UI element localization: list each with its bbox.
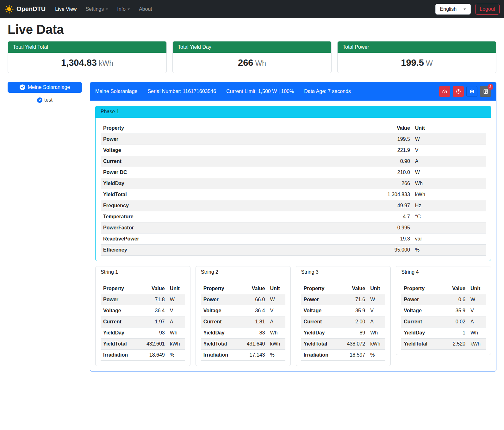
unit-cell: A <box>167 316 185 327</box>
device-info-button[interactable] <box>466 86 477 97</box>
property-cell: YieldTotal <box>301 339 339 350</box>
property-cell: Irradiation <box>201 350 239 361</box>
unit-cell: W <box>413 134 486 145</box>
value-cell: 221.9 <box>343 145 413 156</box>
value-cell: 19.3 <box>343 234 413 245</box>
phase-card-body: Property Value Unit Power <box>96 118 491 261</box>
logout-button[interactable]: Logout <box>475 4 500 15</box>
value-cell: 438.072 <box>339 339 368 350</box>
table-row: YieldTotal 432.601 kWh <box>101 339 185 350</box>
string-table: Property Value Unit Power <box>101 283 185 361</box>
unit-cell: % <box>368 350 385 361</box>
value-cell: 71.8 <box>139 294 167 305</box>
table-row: YieldDay 266 Wh <box>101 178 486 189</box>
column-value: Value <box>339 283 368 294</box>
column-unit: Unit <box>368 283 385 294</box>
property-cell: Power <box>201 294 239 305</box>
unit-cell: kWh <box>267 339 285 350</box>
nav-item-live-view[interactable]: Live View <box>51 4 80 15</box>
chevron-down-icon <box>128 9 130 10</box>
unit-cell: % <box>167 350 185 361</box>
property-cell: YieldTotal <box>101 189 343 200</box>
property-cell: Current <box>101 316 139 327</box>
top-navbar: OpenDTU Live View Settings Info About En… <box>0 0 504 18</box>
value-cell: 210.0 <box>343 167 413 178</box>
phase-card-title: Phase 1 <box>96 106 491 118</box>
property-cell: YieldDay <box>101 178 343 189</box>
brand[interactable]: OpenDTU <box>4 4 46 14</box>
unit-cell: °C <box>413 211 486 222</box>
property-cell: Power <box>301 294 339 305</box>
property-cell: Irradiation <box>101 350 139 361</box>
column-value: Value <box>139 283 167 294</box>
string-card-body: Property Value Unit Power <box>196 278 290 366</box>
inverter-panel: Meine Solaranlage Serial Number: 1161716… <box>90 82 496 371</box>
value-cell: 83 <box>239 327 268 339</box>
property-cell: PowerFactor <box>101 222 343 234</box>
column-unit: Unit <box>267 283 285 294</box>
limit-settings-button[interactable] <box>439 86 450 97</box>
summary-card-title: Total Power <box>338 41 496 53</box>
column-property: Property <box>301 283 339 294</box>
nav-item-label: Settings <box>85 6 104 12</box>
summary-card-body: 1,304.83kWh <box>8 53 166 73</box>
unit-cell: kWh <box>468 339 486 350</box>
property-cell: Voltage <box>101 305 139 316</box>
nav-item-settings[interactable]: Settings <box>82 4 112 15</box>
value-cell: 199.5 <box>343 134 413 145</box>
value-cell: 95.000 <box>343 245 413 256</box>
inverter-data-age: Data Age: 7 seconds <box>304 89 351 94</box>
table-row: Current 1.81 A <box>201 316 285 327</box>
unit-cell: W <box>267 294 285 305</box>
string-card-2: String 2 Property Value Unit <box>196 266 291 366</box>
value-cell: 4.7 <box>343 211 413 222</box>
unit-cell: Wh <box>468 327 486 339</box>
event-log-button[interactable]: 2 <box>480 86 491 97</box>
nav-item-info[interactable]: Info <box>113 4 134 15</box>
summary-value: 1,304.83 <box>61 58 97 68</box>
table-row: YieldTotal 438.072 kWh <box>301 339 386 350</box>
value-cell: 17.143 <box>239 350 268 361</box>
column-value: Value <box>439 283 468 294</box>
nav-item-about[interactable]: About <box>135 4 156 15</box>
string-card-title: String 2 <box>196 266 290 278</box>
property-cell: Current <box>201 316 239 327</box>
unit-cell: kWh <box>368 339 385 350</box>
unit-cell <box>413 222 486 234</box>
summary-card-body: 266Wh <box>173 53 331 73</box>
string-card-title: String 1 <box>96 266 190 278</box>
table-row: Power 66.0 W <box>201 294 285 305</box>
brand-name: OpenDTU <box>16 5 46 13</box>
inverter-panel-header: Meine Solaranlage Serial Number: 1161716… <box>90 82 496 101</box>
value-cell: 89 <box>339 327 368 339</box>
summary-unit: Wh <box>255 59 266 67</box>
column-value: Value <box>239 283 268 294</box>
column-value: Value <box>343 123 413 134</box>
language-select[interactable]: English <box>435 4 471 15</box>
table-row: ReactivePower 19.3 var <box>101 234 486 245</box>
table-row: Power 71.8 W <box>101 294 185 305</box>
sidebar-item-test[interactable]: test <box>8 97 82 103</box>
unit-cell: A <box>413 156 486 167</box>
summary-card-body: 199.5W <box>338 53 496 73</box>
column-property: Property <box>101 283 139 294</box>
table-row: Current 0.02 A <box>401 316 486 327</box>
unit-cell: V <box>368 305 385 316</box>
summary-card: Total Yield Day 266Wh <box>172 41 332 73</box>
nav-links: Live View Settings Info About <box>51 4 156 15</box>
value-cell: 0.02 <box>439 316 468 327</box>
value-cell: 35.9 <box>439 305 468 316</box>
phase-table-body: Power 199.5 W Voltage 221.9 V <box>101 134 486 256</box>
sidebar-item-meine-solaranlage[interactable]: Meine Solaranlage <box>8 82 82 93</box>
language-value: English <box>440 6 457 12</box>
power-button[interactable] <box>453 86 464 97</box>
value-cell: 36.4 <box>139 305 167 316</box>
value-cell: 266 <box>343 178 413 189</box>
unit-cell: Wh <box>368 327 385 339</box>
page-container: Live Data Total Yield Total 1,304.83kWh … <box>0 18 504 379</box>
property-cell: YieldTotal <box>201 339 239 350</box>
column-unit: Unit <box>413 123 486 134</box>
property-cell: ReactivePower <box>101 234 343 245</box>
value-cell: 2.520 <box>439 339 468 350</box>
main-row: Meine Solaranlage test Meine Solaranlage… <box>8 82 496 371</box>
